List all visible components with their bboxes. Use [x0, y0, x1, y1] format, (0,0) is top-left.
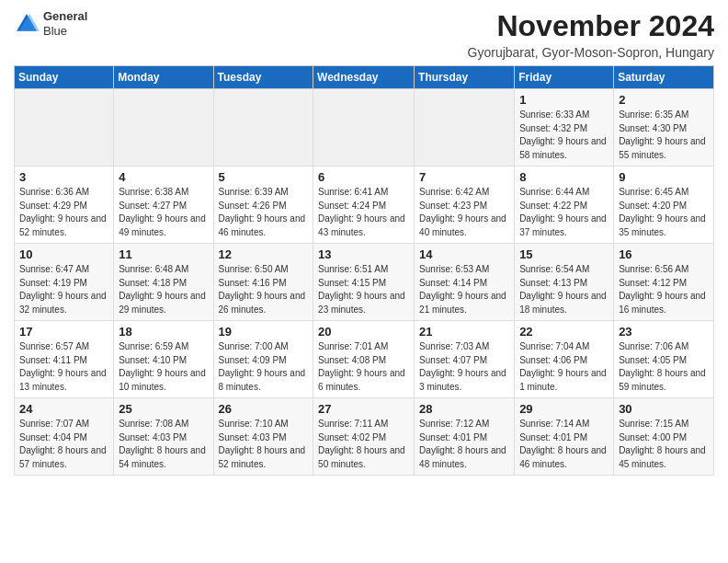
calendar-day-cell: 26Sunrise: 7:10 AM Sunset: 4:03 PM Dayli… [213, 398, 313, 476]
calendar-day-cell [415, 89, 515, 167]
month-title: November 2024 [468, 9, 714, 43]
calendar-day-cell: 28Sunrise: 7:12 AM Sunset: 4:01 PM Dayli… [415, 398, 515, 476]
day-info: Sunrise: 6:48 AM Sunset: 4:18 PM Dayligh… [119, 263, 208, 316]
day-number: 7 [419, 170, 509, 184]
day-of-week-header: Monday [114, 66, 213, 89]
calendar-day-cell: 10Sunrise: 6:47 AM Sunset: 4:19 PM Dayli… [15, 244, 114, 321]
calendar-week-row: 1Sunrise: 6:33 AM Sunset: 4:32 PM Daylig… [15, 89, 714, 167]
calendar-day-cell: 6Sunrise: 6:41 AM Sunset: 4:24 PM Daylig… [313, 167, 415, 244]
day-info: Sunrise: 6:59 AM Sunset: 4:10 PM Dayligh… [119, 340, 208, 394]
day-number: 29 [519, 402, 609, 416]
day-of-week-header: Tuesday [213, 66, 313, 89]
calendar-day-cell [213, 89, 313, 167]
day-number: 5 [219, 170, 309, 184]
day-info: Sunrise: 7:00 AM Sunset: 4:09 PM Dayligh… [219, 340, 309, 394]
day-number: 17 [19, 325, 108, 339]
calendar-day-cell: 20Sunrise: 7:01 AM Sunset: 4:08 PM Dayli… [313, 321, 415, 398]
day-info: Sunrise: 7:06 AM Sunset: 4:05 PM Dayligh… [619, 340, 709, 394]
day-number: 4 [119, 170, 208, 184]
day-info: Sunrise: 6:36 AM Sunset: 4:29 PM Dayligh… [19, 186, 108, 239]
day-number: 8 [519, 170, 609, 184]
day-number: 6 [318, 170, 409, 184]
day-of-week-header: Friday [515, 66, 614, 89]
day-number: 25 [119, 402, 208, 416]
day-of-week-header: Thursday [415, 66, 515, 89]
calendar-day-cell: 7Sunrise: 6:42 AM Sunset: 4:23 PM Daylig… [415, 167, 515, 244]
day-number: 22 [519, 325, 609, 339]
calendar-table: SundayMondayTuesdayWednesdayThursdayFrid… [14, 65, 714, 476]
calendar-day-cell: 15Sunrise: 6:54 AM Sunset: 4:13 PM Dayli… [515, 244, 614, 321]
calendar-day-cell: 11Sunrise: 6:48 AM Sunset: 4:18 PM Dayli… [114, 244, 213, 321]
calendar-day-cell: 12Sunrise: 6:50 AM Sunset: 4:16 PM Dayli… [213, 244, 313, 321]
day-info: Sunrise: 6:33 AM Sunset: 4:32 PM Dayligh… [519, 109, 609, 162]
day-info: Sunrise: 6:57 AM Sunset: 4:11 PM Dayligh… [19, 340, 108, 394]
calendar-day-cell: 27Sunrise: 7:11 AM Sunset: 4:02 PM Dayli… [313, 398, 415, 476]
day-number: 26 [219, 402, 309, 416]
calendar-day-cell: 9Sunrise: 6:45 AM Sunset: 4:20 PM Daylig… [614, 167, 714, 244]
calendar-day-cell: 3Sunrise: 6:36 AM Sunset: 4:29 PM Daylig… [15, 167, 114, 244]
day-info: Sunrise: 7:01 AM Sunset: 4:08 PM Dayligh… [318, 340, 409, 394]
day-info: Sunrise: 7:04 AM Sunset: 4:06 PM Dayligh… [519, 340, 609, 394]
calendar-week-row: 17Sunrise: 6:57 AM Sunset: 4:11 PM Dayli… [15, 321, 714, 398]
day-info: Sunrise: 7:10 AM Sunset: 4:03 PM Dayligh… [219, 418, 309, 471]
calendar-day-cell: 29Sunrise: 7:14 AM Sunset: 4:01 PM Dayli… [515, 398, 614, 476]
calendar-day-cell [313, 89, 415, 167]
day-number: 11 [119, 247, 208, 261]
calendar-day-cell: 17Sunrise: 6:57 AM Sunset: 4:11 PM Dayli… [15, 321, 114, 398]
day-info: Sunrise: 6:47 AM Sunset: 4:19 PM Dayligh… [19, 263, 108, 316]
day-of-week-header: Wednesday [313, 66, 415, 89]
day-number: 15 [519, 247, 609, 261]
day-number: 28 [419, 402, 509, 416]
day-number: 18 [119, 325, 208, 339]
day-info: Sunrise: 6:35 AM Sunset: 4:30 PM Dayligh… [619, 109, 709, 162]
calendar-day-cell: 21Sunrise: 7:03 AM Sunset: 4:07 PM Dayli… [415, 321, 515, 398]
calendar-day-cell: 2Sunrise: 6:35 AM Sunset: 4:30 PM Daylig… [614, 89, 714, 167]
calendar-day-cell: 16Sunrise: 6:56 AM Sunset: 4:12 PM Dayli… [614, 244, 714, 321]
calendar-day-cell: 4Sunrise: 6:38 AM Sunset: 4:27 PM Daylig… [114, 167, 213, 244]
day-number: 14 [419, 247, 509, 261]
day-number: 24 [19, 402, 108, 416]
day-of-week-header: Sunday [15, 66, 114, 89]
day-number: 13 [318, 247, 409, 261]
calendar-day-cell: 5Sunrise: 6:39 AM Sunset: 4:26 PM Daylig… [213, 167, 313, 244]
calendar-week-row: 3Sunrise: 6:36 AM Sunset: 4:29 PM Daylig… [15, 167, 714, 244]
day-info: Sunrise: 7:15 AM Sunset: 4:00 PM Dayligh… [619, 418, 709, 471]
day-info: Sunrise: 6:53 AM Sunset: 4:14 PM Dayligh… [419, 263, 509, 316]
calendar-day-cell: 13Sunrise: 6:51 AM Sunset: 4:15 PM Dayli… [313, 244, 415, 321]
calendar-day-cell [114, 89, 213, 167]
day-info: Sunrise: 6:50 AM Sunset: 4:16 PM Dayligh… [219, 263, 309, 316]
calendar-header-row: SundayMondayTuesdayWednesdayThursdayFrid… [15, 66, 714, 89]
day-info: Sunrise: 7:03 AM Sunset: 4:07 PM Dayligh… [419, 340, 509, 394]
day-info: Sunrise: 7:11 AM Sunset: 4:02 PM Dayligh… [318, 418, 409, 471]
day-info: Sunrise: 7:07 AM Sunset: 4:04 PM Dayligh… [19, 418, 108, 471]
day-info: Sunrise: 6:51 AM Sunset: 4:15 PM Dayligh… [318, 263, 409, 316]
day-number: 23 [619, 325, 709, 339]
day-number: 10 [19, 247, 108, 261]
calendar-day-cell: 18Sunrise: 6:59 AM Sunset: 4:10 PM Dayli… [114, 321, 213, 398]
day-info: Sunrise: 6:38 AM Sunset: 4:27 PM Dayligh… [119, 186, 208, 239]
calendar-week-row: 10Sunrise: 6:47 AM Sunset: 4:19 PM Dayli… [15, 244, 714, 321]
day-number: 2 [619, 93, 709, 107]
day-number: 21 [419, 325, 509, 339]
day-info: Sunrise: 6:45 AM Sunset: 4:20 PM Dayligh… [619, 186, 709, 239]
day-of-week-header: Saturday [614, 66, 714, 89]
calendar-day-cell: 25Sunrise: 7:08 AM Sunset: 4:03 PM Dayli… [114, 398, 213, 476]
logo-icon [14, 11, 40, 37]
day-number: 27 [318, 402, 409, 416]
logo: General Blue [14, 9, 87, 38]
calendar-day-cell: 23Sunrise: 7:06 AM Sunset: 4:05 PM Dayli… [614, 321, 714, 398]
day-number: 30 [619, 402, 709, 416]
day-info: Sunrise: 7:08 AM Sunset: 4:03 PM Dayligh… [119, 418, 208, 471]
day-info: Sunrise: 6:56 AM Sunset: 4:12 PM Dayligh… [619, 263, 709, 316]
day-info: Sunrise: 6:41 AM Sunset: 4:24 PM Dayligh… [318, 186, 409, 239]
day-info: Sunrise: 6:44 AM Sunset: 4:22 PM Dayligh… [519, 186, 609, 239]
day-number: 20 [318, 325, 409, 339]
day-info: Sunrise: 6:42 AM Sunset: 4:23 PM Dayligh… [419, 186, 509, 239]
day-number: 1 [519, 93, 609, 107]
logo-text: General Blue [43, 9, 87, 38]
title-area: November 2024 Gyorujbarat, Gyor-Moson-So… [468, 9, 714, 60]
day-info: Sunrise: 7:14 AM Sunset: 4:01 PM Dayligh… [519, 418, 609, 471]
calendar-day-cell: 30Sunrise: 7:15 AM Sunset: 4:00 PM Dayli… [614, 398, 714, 476]
day-info: Sunrise: 7:12 AM Sunset: 4:01 PM Dayligh… [419, 418, 509, 471]
calendar-day-cell: 22Sunrise: 7:04 AM Sunset: 4:06 PM Dayli… [515, 321, 614, 398]
